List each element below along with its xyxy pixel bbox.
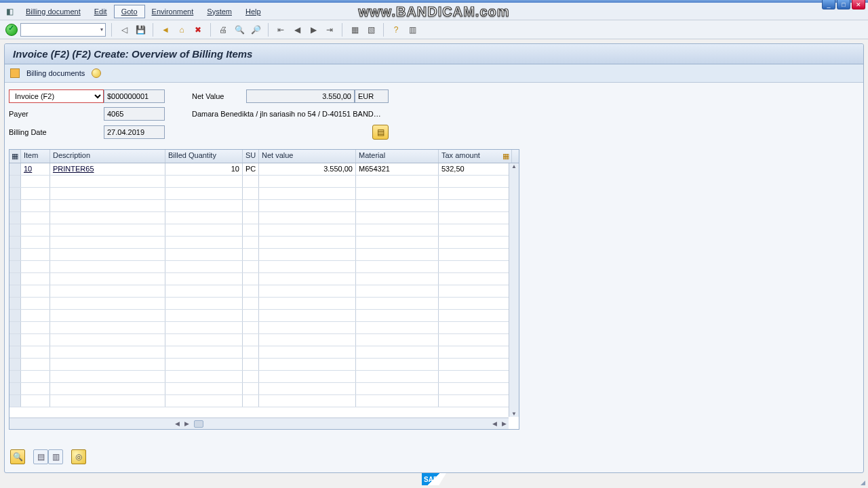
cell-qty[interactable]: [165, 212, 243, 224]
cell-description[interactable]: [50, 212, 165, 224]
horizontal-scrollbar[interactable]: ◀ ▶ ◀ ▶: [9, 418, 509, 429]
cell-qty[interactable]: [165, 371, 243, 382]
cell-net-value[interactable]: 3.550,00: [259, 163, 356, 175]
maximize-button[interactable]: □: [837, 0, 850, 9]
cell-item[interactable]: [21, 261, 50, 272]
cell-material[interactable]: [356, 359, 439, 370]
cell-material[interactable]: [356, 334, 439, 346]
cell-su[interactable]: [243, 273, 259, 285]
col-material[interactable]: Material: [356, 150, 439, 163]
cell-material[interactable]: [356, 346, 439, 358]
cell-su[interactable]: [243, 237, 259, 248]
cell-tax[interactable]: [439, 261, 500, 272]
enter-icon[interactable]: [5, 24, 18, 36]
cell-description[interactable]: [50, 200, 165, 211]
print-icon[interactable]: 🖨: [216, 23, 230, 37]
row-selector[interactable]: [9, 237, 21, 248]
billing-documents-button[interactable]: Billing documents: [26, 69, 85, 77]
row-selector[interactable]: [9, 285, 21, 297]
cell-description[interactable]: [50, 237, 165, 248]
cell-description[interactable]: [50, 176, 165, 187]
cell-item[interactable]: [21, 346, 50, 358]
cell-tax[interactable]: [439, 237, 500, 248]
cell-net-value[interactable]: [259, 346, 356, 358]
cell-description[interactable]: [50, 298, 165, 309]
layout-icon[interactable]: ▥: [406, 23, 419, 37]
row-selector[interactable]: [9, 261, 21, 272]
cell-item[interactable]: 10: [21, 163, 50, 175]
row-selector[interactable]: [9, 212, 21, 224]
table-row[interactable]: [9, 298, 519, 310]
cell-su[interactable]: [243, 383, 259, 394]
scroll-right-start-icon[interactable]: ▶: [182, 420, 191, 427]
cell-tax[interactable]: [439, 249, 500, 260]
minimize-button[interactable]: _: [822, 0, 835, 9]
cell-tax[interactable]: [439, 371, 500, 382]
table-row[interactable]: [9, 212, 519, 224]
cell-item[interactable]: [21, 359, 50, 370]
scroll-right-icon[interactable]: ▶: [499, 420, 509, 427]
table-row[interactable]: [9, 224, 519, 237]
cell-material[interactable]: [356, 188, 439, 199]
table-row[interactable]: [9, 322, 519, 334]
cell-su[interactable]: [243, 334, 259, 346]
cell-su[interactable]: [243, 200, 259, 211]
cell-item[interactable]: [21, 188, 50, 199]
cell-material[interactable]: [356, 237, 439, 248]
cell-tax[interactable]: [439, 188, 500, 199]
cell-item[interactable]: [21, 224, 50, 236]
next-page-icon[interactable]: ▶: [307, 23, 320, 37]
doc-type-select[interactable]: Invoice (F2): [9, 89, 104, 103]
cell-tax[interactable]: [439, 383, 500, 394]
cell-su[interactable]: [243, 322, 259, 333]
row-selector[interactable]: [9, 249, 21, 260]
menu-help[interactable]: Help: [239, 5, 268, 18]
vertical-scrollbar[interactable]: ▲ ▼: [509, 163, 519, 417]
cell-qty[interactable]: [165, 334, 243, 346]
cell-net-value[interactable]: [259, 334, 356, 346]
cell-qty[interactable]: [165, 273, 243, 285]
cell-tax[interactable]: [439, 322, 500, 333]
scroll-up-icon[interactable]: ▲: [511, 163, 517, 169]
cell-su[interactable]: [243, 310, 259, 321]
cell-item[interactable]: [21, 334, 50, 346]
cell-qty[interactable]: [165, 383, 243, 394]
cell-qty[interactable]: [165, 261, 243, 272]
cell-description[interactable]: [50, 359, 165, 370]
row-selector[interactable]: [9, 224, 21, 236]
table-row[interactable]: [9, 371, 519, 383]
select-all-button[interactable]: ▤: [33, 449, 48, 464]
cell-net-value[interactable]: [259, 298, 356, 309]
col-billed-quantity[interactable]: Billed Quantity: [165, 150, 243, 163]
new-session-icon[interactable]: ▦: [348, 23, 361, 37]
cell-su[interactable]: [243, 249, 259, 260]
cell-tax[interactable]: [439, 359, 500, 370]
cell-qty[interactable]: [165, 285, 243, 297]
cell-su[interactable]: PC: [243, 163, 259, 175]
cell-su[interactable]: [243, 285, 259, 297]
cell-item[interactable]: [21, 200, 50, 211]
exit-icon[interactable]: ◄: [159, 23, 172, 37]
cell-material[interactable]: [356, 200, 439, 211]
cell-qty[interactable]: [165, 200, 243, 211]
refresh-icon[interactable]: [92, 68, 101, 78]
scroll-left-end-icon[interactable]: ◀: [490, 420, 499, 427]
cell-material[interactable]: [356, 285, 439, 297]
table-row[interactable]: [9, 188, 519, 200]
table-row[interactable]: [9, 249, 519, 261]
cell-material[interactable]: [356, 298, 439, 309]
row-selector[interactable]: [9, 298, 21, 309]
cell-su[interactable]: [243, 371, 259, 382]
cell-material[interactable]: [356, 310, 439, 321]
cell-item[interactable]: [21, 237, 50, 248]
cell-net-value[interactable]: [259, 395, 356, 407]
col-tax-amount[interactable]: Tax amount: [439, 150, 500, 163]
row-selector[interactable]: [9, 273, 21, 285]
cell-item[interactable]: [21, 322, 50, 333]
cell-net-value[interactable]: [259, 212, 356, 224]
row-selector[interactable]: [9, 322, 21, 333]
cell-qty[interactable]: [165, 322, 243, 333]
row-selector[interactable]: [9, 200, 21, 211]
select-all-icon[interactable]: ▦: [9, 150, 21, 163]
cell-material[interactable]: M654321: [356, 163, 439, 175]
